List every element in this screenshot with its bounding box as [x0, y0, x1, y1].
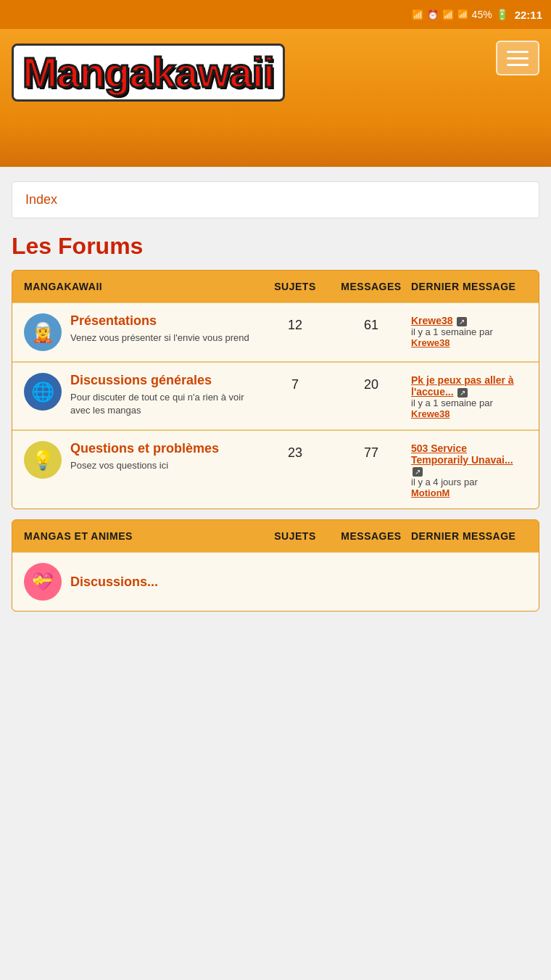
- last-link-questions[interactable]: 503 Service Temporarily Unavai...: [411, 442, 513, 466]
- clock: 22:11: [515, 9, 542, 21]
- forum-last-discussions: Pk je peux pas aller à l'accue... ↗ il y…: [411, 373, 527, 419]
- forum-info-questions: 💡 Questions et problèmes Posez vos quest…: [24, 441, 259, 479]
- heart-avatar: 💝: [32, 572, 54, 592]
- site-logo[interactable]: Mangakawaii: [12, 44, 285, 102]
- forum-last-questions: 503 Service Temporarily Unavai... ↗ il y…: [411, 441, 527, 498]
- hamburger-button[interactable]: [496, 41, 539, 75]
- forum-row-questions: 💡 Questions et problèmes Posez vos quest…: [12, 430, 539, 508]
- time-info-discussions: il y a 1 semaine par Krewe38: [411, 398, 527, 419]
- main-content: Index Les Forums MANGAKAWAII SUJETS MESS…: [0, 167, 551, 636]
- header: Mangakawaii: [0, 29, 551, 123]
- forum-name-discussions[interactable]: Discussions générales: [70, 373, 259, 388]
- forum-table-header-1: MANGAKAWAII SUJETS MESSAGES DERNIER MESS…: [12, 271, 539, 302]
- forum-title-area-discussions: Discussions générales Pour discuter de t…: [70, 373, 259, 417]
- forum-table-header-2: MANGAS ET ANIMES SUJETS MESSAGES DERNIER…: [12, 520, 539, 552]
- forum-sujets-discussions: 7: [259, 373, 331, 392]
- forum-desc-presentations: Venez vous présenter si l'envie vous pre…: [70, 332, 259, 345]
- forum-sujets-questions: 23: [259, 441, 331, 461]
- forum-section-mangakawaii: MANGAKAWAII SUJETS MESSAGES DERNIER MESS…: [12, 270, 539, 509]
- forum-sujets-presentations: 12: [259, 313, 331, 333]
- last-link-presentations[interactable]: Krewe38: [411, 315, 453, 326]
- forum-icon-heart: 💝: [24, 563, 62, 601]
- forum-section-mangas: MANGAS ET ANIMES SUJETS MESSAGES DERNIER…: [12, 519, 539, 612]
- forum-row-partial-mangas: 💝 Discussions...: [12, 552, 539, 611]
- forum-last-presentations: Krewe38 ↗ il y a 1 semaine par Krewe38: [411, 313, 527, 348]
- author-link-discussions[interactable]: Krewe38: [411, 408, 450, 419]
- forum-desc-questions: Posez vos questions ici: [70, 459, 259, 472]
- col-messages-2: MESSAGES: [331, 530, 411, 542]
- forum-icon-presentations: 🧝: [24, 313, 62, 351]
- forum-icon-questions: 💡: [24, 441, 62, 479]
- forum-title-area-questions: Questions et problèmes Posez vos questio…: [70, 441, 259, 472]
- sim-icon: 📶: [412, 9, 423, 20]
- forum-messages-discussions: 20: [331, 373, 411, 392]
- forum-messages-questions: 77: [331, 441, 411, 461]
- col-sujets-2: SUJETS: [259, 530, 331, 542]
- forum-desc-discussions: Pour discuter de tout ce qui n'a rien à …: [70, 391, 259, 417]
- partial-name: Discussions...: [70, 575, 158, 590]
- status-bar: 📶 ⏰ 📶 📶 45% 🔋 22:11: [0, 0, 551, 29]
- alarm-icon: ⏰: [427, 9, 439, 20]
- forums-section-title: Les Forums: [12, 233, 539, 260]
- forum-name-presentations[interactable]: Présentations: [70, 313, 259, 329]
- battery-percent: 45%: [472, 9, 492, 20]
- ext-icon-discussions: ↗: [457, 388, 468, 398]
- discussions-avatar: 🌐: [31, 381, 54, 403]
- ext-icon-presentations: ↗: [457, 317, 467, 326]
- forum-info-presentations: 🧝 Présentations Venez vous présenter si …: [24, 313, 259, 351]
- forum-icon-discussions: 🌐: [24, 373, 62, 411]
- col-messages-1: MESSAGES: [331, 281, 411, 292]
- hamburger-line-2: [507, 57, 529, 59]
- col-dernier-1: DERNIER MESSAGE: [411, 281, 527, 292]
- status-icons: 📶 ⏰ 📶 📶 45% 🔋 22:11: [412, 9, 542, 21]
- questions-avatar: 💡: [31, 449, 54, 472]
- author-link-presentations[interactable]: Krewe38: [411, 337, 450, 348]
- col-category-1: MANGAKAWAII: [24, 281, 259, 292]
- ext-icon-questions: ↗: [413, 467, 423, 477]
- forum-info-discussions: 🌐 Discussions générales Pour discuter de…: [24, 373, 259, 417]
- header-bottom: [0, 123, 551, 167]
- breadcrumb-index-link[interactable]: Index: [25, 192, 57, 207]
- forum-name-questions[interactable]: Questions et problèmes: [70, 441, 259, 456]
- presentations-avatar: 🧝: [31, 321, 54, 344]
- col-sujets-1: SUJETS: [259, 281, 331, 292]
- signal-icon: 📶: [457, 9, 468, 20]
- author-link-questions[interactable]: MotionM: [411, 487, 450, 498]
- col-category-2: MANGAS ET ANIMES: [24, 530, 259, 542]
- wifi-icon: 📶: [442, 9, 454, 20]
- time-info-presentations: il y a 1 semaine par Krewe38: [411, 326, 527, 348]
- battery-icon: 🔋: [496, 9, 508, 20]
- hamburger-line-3: [507, 64, 529, 66]
- breadcrumb: Index: [12, 181, 539, 218]
- time-info-questions: il y a 4 jours par MotionM: [411, 477, 527, 498]
- forum-messages-presentations: 61: [331, 313, 411, 333]
- forum-row-discussions: 🌐 Discussions générales Pour discuter de…: [12, 362, 539, 430]
- forum-title-area-presentations: Présentations Venez vous présenter si l'…: [70, 313, 259, 345]
- logo-area: Mangakawaii: [12, 36, 496, 116]
- col-dernier-2: DERNIER MESSAGE: [411, 530, 527, 542]
- hamburger-line-1: [507, 51, 529, 53]
- forum-row-presentations: 🧝 Présentations Venez vous présenter si …: [12, 302, 539, 362]
